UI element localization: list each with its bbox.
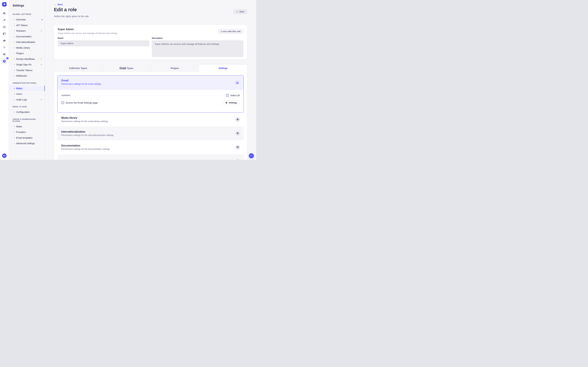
sidebar-item-internationalization[interactable]: Internationalization: [9, 39, 45, 45]
bullet-icon: [14, 75, 15, 76]
sidebar-item-email-templates[interactable]: Email templates: [9, 135, 45, 141]
gear-icon: [3, 59, 6, 63]
bullet-icon: [14, 143, 15, 144]
lightning-icon: [40, 99, 43, 101]
collapse-email-button[interactable]: [235, 81, 239, 85]
users-with-role-button[interactable]: 1 user with this role: [218, 29, 243, 34]
general-section-label: GENERAL: [61, 94, 71, 96]
accordion-subtitle: Permissions settings for the Internation…: [61, 134, 114, 136]
accordion-list: Media library Permissions settings for t…: [57, 113, 244, 160]
sidebar-item-providers[interactable]: Providers: [9, 129, 45, 135]
rail-item-marketplace[interactable]: [0, 44, 9, 51]
access-email-settings-checkbox[interactable]: [61, 101, 64, 104]
sidebar-item-configuration[interactable]: Configuration: [9, 109, 45, 115]
description-field-group: Description Super Admins can access and …: [152, 37, 243, 58]
accordion-plugins-and-marketplace[interactable]: Plugins and marketplace: [57, 154, 244, 160]
rail-item-information[interactable]: [0, 51, 9, 58]
sidebar-item-media-library[interactable]: Media Library: [9, 45, 45, 51]
role-description-text: Super Admins can access and manage all f…: [58, 32, 118, 34]
rail-item-content-manager[interactable]: [0, 17, 9, 24]
accordion-internationalization[interactable]: Internationalization Permissions setting…: [57, 126, 244, 140]
cloud-icon: [3, 39, 6, 42]
access-email-settings-label: Access the Email Settings page: [66, 101, 98, 104]
bullet-icon: [14, 137, 15, 138]
email-settings-button[interactable]: Settings: [223, 100, 240, 105]
back-arrow-icon: ←: [54, 3, 56, 6]
accordion-documentation[interactable]: Documentation Permissions settings for t…: [57, 140, 244, 154]
rail-item-settings[interactable]: 1: [0, 58, 9, 65]
home-icon: [3, 12, 6, 15]
sidebar-item-advanced-settings[interactable]: Advanced settings: [9, 141, 45, 146]
name-label: Name*: [58, 37, 149, 39]
sidebar-item-review-workflows[interactable]: Review Workflows: [9, 56, 45, 62]
user-avatar[interactable]: KD: [2, 153, 7, 158]
feather-pen-icon: [3, 18, 6, 22]
description-textarea[interactable]: Super Admins can access and manage all f…: [152, 41, 243, 57]
strapi-logo[interactable]: [2, 2, 7, 7]
back-link[interactable]: ← Back: [54, 3, 63, 6]
expand-documentation-button[interactable]: [235, 145, 240, 150]
permissions-tabs: Collection Types Single Types Plugins Se…: [54, 65, 247, 72]
bullet-icon: [14, 132, 15, 133]
info-icon: [3, 53, 6, 56]
main-content: ← Back Edit a role Define the rights giv…: [45, 0, 256, 160]
tab-settings[interactable]: Settings: [199, 65, 247, 72]
tab-single-types[interactable]: Single Types: [102, 65, 151, 72]
strapi-logo-icon: [3, 3, 6, 6]
lightning-icon: [40, 58, 43, 60]
rail-item-content-type-builder[interactable]: [0, 30, 9, 37]
section-label-global-settings: GLOBAL SETTINGS: [13, 13, 41, 15]
sidebar-item-single-sign-on[interactable]: Single Sign-On: [9, 62, 45, 67]
save-button[interactable]: Save: [233, 9, 247, 14]
email-permissions-panel: Email Permissions settings for the email…: [57, 75, 244, 113]
sidebar-item-transfer-tokens[interactable]: Transfer Tokens: [9, 67, 45, 73]
select-all-checkbox[interactable]: [226, 94, 229, 97]
layout-icon: [3, 32, 6, 35]
sidebar-item-plugins[interactable]: Plugins: [9, 50, 45, 56]
accordion-subtitle: Permissions settings for the media libra…: [61, 120, 108, 123]
expand-media-library-button[interactable]: [235, 117, 240, 122]
bullet-icon: [14, 99, 15, 100]
email-accordion-header[interactable]: Email Permissions settings for the email…: [58, 75, 243, 90]
tab-collection-types[interactable]: Collection Types: [54, 65, 102, 72]
description-label: Description: [152, 37, 243, 39]
expand-internationalization-button[interactable]: [235, 131, 240, 135]
help-button[interactable]: ?: [249, 153, 254, 158]
tab-plugins[interactable]: Plugins: [151, 65, 199, 72]
bullet-icon: [14, 53, 15, 54]
check-icon: [236, 11, 238, 13]
check-icon: [62, 102, 64, 104]
sidebar-item-users[interactable]: Users: [9, 91, 45, 97]
bullet-icon: [14, 42, 15, 42]
images-icon: [3, 25, 6, 29]
sidebar-item-api-tokens[interactable]: API Tokens: [9, 23, 45, 28]
rail-item-media-library[interactable]: [0, 24, 9, 30]
sidebar-item-releases[interactable]: Releases: [9, 28, 45, 34]
bullet-icon: [14, 36, 15, 37]
sidebar-item-roles-up[interactable]: Roles: [9, 124, 45, 130]
section-label-email-plugin: EMAIL PLUGIN: [13, 106, 41, 108]
email-accordion-body: GENERAL Select all: [58, 90, 243, 105]
rail-item-home[interactable]: [0, 10, 9, 17]
rail-item-cloud[interactable]: [0, 37, 9, 44]
accordion-title: Plugins and marketplace: [61, 160, 92, 160]
chevron-down-icon: [237, 133, 239, 134]
chevron-down-icon: [237, 119, 239, 120]
role-details-card: Super Admin Super Admins can access and …: [54, 25, 247, 59]
bullet-icon: [14, 112, 15, 112]
page-subtitle: Define the rights given to the role: [54, 15, 89, 18]
icon-rail: 1 KD: [0, 0, 9, 160]
sidebar-item-webhooks[interactable]: Webhooks: [9, 73, 45, 79]
bullet-icon: [14, 19, 15, 20]
accordion-title: Documentation: [61, 144, 110, 147]
accordion-media-library[interactable]: Media library Permissions settings for t…: [57, 113, 244, 126]
bullet-icon: [14, 94, 15, 94]
name-input[interactable]: [58, 41, 149, 46]
expand-plugins-marketplace-button[interactable]: [235, 159, 240, 160]
sidebar-item-documentation[interactable]: Documentation: [9, 34, 45, 40]
sidebar-item-overview[interactable]: Overview: [9, 17, 45, 23]
select-all-label: Select all: [230, 94, 240, 97]
accordion-title: Media library: [61, 117, 108, 119]
sidebar-item-roles-admin[interactable]: Roles: [9, 86, 45, 91]
sidebar-item-audit-logs[interactable]: Audit Logs: [9, 97, 45, 103]
